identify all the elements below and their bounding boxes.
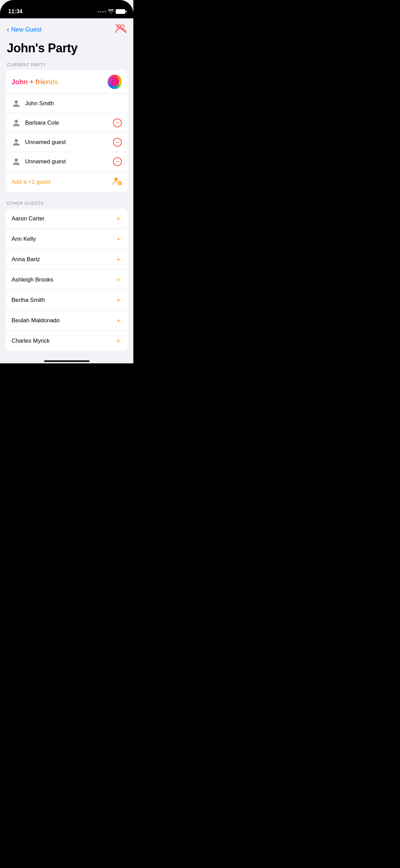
add-person-icon	[112, 176, 122, 188]
svg-point-3	[114, 178, 118, 181]
member-left: Unnamed guest	[12, 157, 66, 166]
svg-point-1	[121, 25, 124, 28]
member-row[interactable]: Unnamed guest −	[5, 152, 128, 171]
member-row[interactable]: Barbara Cole −	[5, 113, 128, 133]
member-left: Barbara Cole	[12, 118, 59, 128]
home-indicator	[0, 358, 133, 363]
home-bar	[44, 360, 90, 362]
add-icon[interactable]: ＋	[115, 316, 122, 325]
party-color-ring	[108, 75, 122, 89]
back-button[interactable]: ‹ New Guest	[7, 25, 41, 34]
person-icon	[12, 157, 21, 166]
party-header-row[interactable]: John + friends	[5, 70, 128, 94]
add-icon[interactable]: ＋	[115, 214, 122, 223]
guest-name: Anna Bartz	[12, 256, 40, 263]
status-bar: 11:34	[0, 0, 133, 18]
guest-name: Aaron Carter	[12, 215, 44, 222]
guest-row[interactable]: Anna Bartz ＋	[5, 249, 128, 270]
status-time: 11:34	[8, 8, 22, 15]
current-party-label: CURRENT PARTY	[0, 62, 133, 70]
signal-icon	[97, 11, 106, 13]
guest-name: Charles Myrick	[12, 338, 50, 344]
back-label: New Guest	[11, 26, 41, 33]
remove-button[interactable]: −	[113, 119, 122, 127]
guest-row[interactable]: Ann Kelly ＋	[5, 229, 128, 249]
add-icon[interactable]: ＋	[115, 255, 122, 264]
add-icon[interactable]: ＋	[115, 295, 122, 305]
add-guest-label: Add a +1 guest	[12, 179, 51, 185]
member-row[interactable]: Unnamed guest −	[5, 133, 128, 152]
other-guests-card: Aaron Carter ＋ Ann Kelly ＋ Anna Bartz ＋ …	[5, 209, 128, 351]
add-icon[interactable]: ＋	[115, 234, 122, 243]
chevron-left-icon: ‹	[7, 25, 9, 34]
guest-row[interactable]: Beulah Maldonado ＋	[5, 310, 128, 331]
member-name: Unnamed guest	[25, 139, 66, 146]
member-name: Unnamed guest	[25, 158, 66, 165]
remove-button[interactable]: −	[113, 157, 122, 166]
person-icon	[12, 99, 21, 108]
other-guests-label: OTHER GUESTS	[0, 201, 133, 209]
add-icon[interactable]: ＋	[115, 336, 122, 345]
guest-name: Ann Kelly	[12, 236, 36, 242]
member-row[interactable]: John Smith	[5, 94, 128, 113]
status-icons	[97, 9, 125, 14]
guest-name: Beulah Maldonado	[12, 317, 60, 324]
add-icon[interactable]: ＋	[115, 275, 122, 284]
current-party-card: John + friends John Smith	[5, 70, 128, 193]
guest-row[interactable]: Ashleigh Brooks ＋	[5, 270, 128, 290]
guest-row[interactable]: Charles Myrick ＋	[5, 331, 128, 351]
guest-name: Bertha Smith	[12, 297, 45, 304]
page-title: John's Party	[0, 38, 133, 62]
person-icon	[12, 118, 21, 128]
member-left: Unnamed guest	[12, 138, 66, 147]
wifi-icon	[108, 9, 114, 14]
battery-icon	[116, 9, 125, 14]
member-name: John Smith	[25, 100, 54, 107]
party-color-inner	[110, 77, 119, 86]
guest-row[interactable]: Aaron Carter ＋	[5, 209, 128, 229]
no-guests-icon[interactable]	[115, 24, 127, 36]
party-name: John + friends	[12, 78, 58, 86]
add-guest-row[interactable]: Add a +1 guest	[5, 171, 128, 193]
guest-name: Ashleigh Brooks	[12, 276, 53, 283]
guest-row[interactable]: Bertha Smith ＋	[5, 290, 128, 310]
remove-button[interactable]: −	[113, 138, 122, 147]
member-name: Barbara Cole	[25, 120, 59, 126]
navigation-bar: ‹ New Guest	[0, 18, 133, 38]
person-icon	[12, 138, 21, 147]
member-left: John Smith	[12, 99, 54, 108]
